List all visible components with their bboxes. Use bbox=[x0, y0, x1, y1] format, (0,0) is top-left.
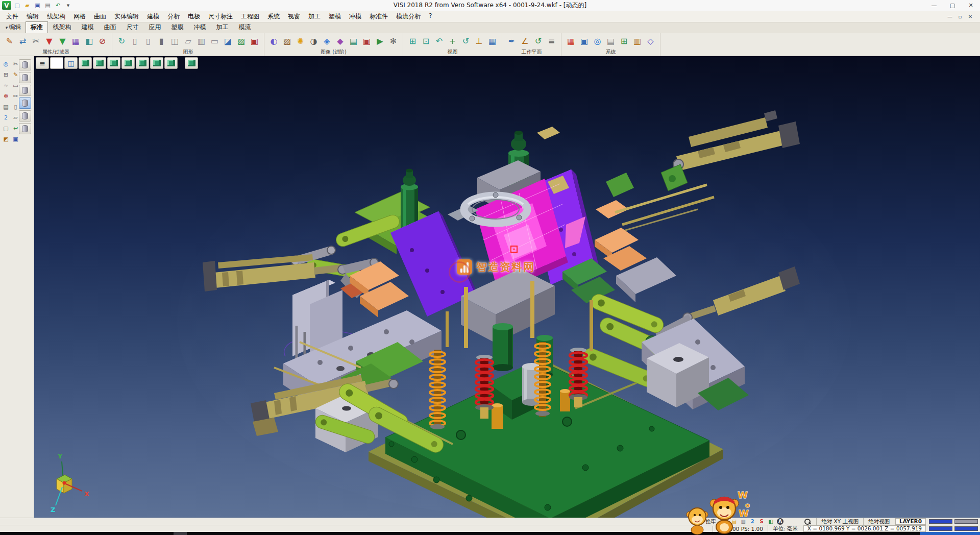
filter-slot-5[interactable] bbox=[19, 110, 31, 121]
menu-modeling[interactable]: 建模 bbox=[143, 11, 163, 22]
view-normal-icon[interactable]: ⊥ bbox=[473, 35, 485, 48]
menu-wireframe[interactable]: 线架构 bbox=[43, 11, 69, 22]
menu-file[interactable]: 文件 bbox=[2, 11, 22, 22]
display-settings-icon[interactable]: ▣ bbox=[578, 35, 591, 48]
ribbon-group-label[interactable]: 图形 bbox=[115, 48, 261, 55]
viewport-3d[interactable]: ≡ ◫ bbox=[34, 56, 980, 518]
filter-slot-3[interactable] bbox=[19, 85, 31, 96]
tab-wireframe[interactable]: 线架构 bbox=[48, 21, 77, 33]
menu-mesh[interactable]: 网格 bbox=[69, 11, 90, 22]
tab-surface[interactable]: 曲面 bbox=[99, 21, 121, 33]
units-label[interactable]: 单位: 毫米 bbox=[768, 525, 802, 532]
filter-slot-4[interactable] bbox=[19, 98, 31, 109]
hidden-line-display-icon[interactable]: ▯ bbox=[142, 35, 155, 48]
help-2-icon[interactable]: 2 bbox=[2, 113, 10, 121]
quick-access-dropdown-icon[interactable]: ▾ bbox=[64, 2, 72, 10]
translucent-display-icon[interactable]: ▱ bbox=[182, 35, 194, 48]
tab-molding[interactable]: 塑膜 bbox=[166, 21, 189, 33]
render-stop-icon[interactable]: ▣ bbox=[248, 35, 261, 48]
menu-standard-parts[interactable]: 标准件 bbox=[365, 11, 392, 22]
filter-mask-icon[interactable]: ◧ bbox=[83, 35, 95, 48]
iso-view-6-icon[interactable] bbox=[150, 57, 163, 69]
menu-electrode[interactable]: 电极 bbox=[184, 11, 204, 22]
active-layer[interactable]: LAYER0 bbox=[895, 518, 926, 525]
new-document-icon[interactable]: ▢ bbox=[13, 2, 21, 10]
shadow-icon[interactable]: ◑ bbox=[307, 35, 320, 48]
material-icon[interactable]: ◆ bbox=[334, 35, 347, 48]
menu-analysis[interactable]: 分析 bbox=[163, 11, 184, 22]
tab-machining[interactable]: 加工 bbox=[211, 21, 234, 33]
layer-manager-icon[interactable]: ▤ bbox=[604, 35, 617, 48]
secondary-color-swatch[interactable] bbox=[954, 519, 978, 524]
tab-modeling[interactable]: 建模 bbox=[77, 21, 99, 33]
curve-icon[interactable]: ≈ bbox=[2, 81, 10, 89]
shaded-display-icon[interactable]: ▮ bbox=[155, 35, 168, 48]
rect-icon[interactable]: ▭ bbox=[12, 81, 19, 89]
zoom-window-icon[interactable]: ⊡ bbox=[420, 35, 432, 48]
reflection-icon[interactable]: ◈ bbox=[321, 35, 333, 48]
sheet-icon[interactable]: ▯ bbox=[12, 103, 19, 111]
snap-lock-label[interactable]: 拴牢 bbox=[701, 518, 720, 525]
iso-view-4-icon[interactable] bbox=[121, 57, 135, 69]
pattern-view-icon[interactable]: ◫ bbox=[64, 57, 78, 69]
save-file-icon[interactable]: ▣ bbox=[33, 2, 42, 10]
grid-icon[interactable]: ⊞ bbox=[2, 70, 10, 79]
trim-icon[interactable]: ✂ bbox=[12, 60, 19, 68]
menu-help[interactable]: ? bbox=[425, 11, 436, 22]
filter-slot-2[interactable] bbox=[19, 72, 31, 83]
mdi-close-button[interactable]: ✕ bbox=[967, 14, 974, 19]
blank-view-icon[interactable] bbox=[50, 57, 63, 69]
background-icon[interactable]: ▤ bbox=[347, 35, 360, 48]
iso-view-8-icon[interactable] bbox=[185, 57, 198, 69]
iso-view-7-icon[interactable] bbox=[164, 57, 178, 69]
view-reference[interactable]: 绝对 XY 上视图 bbox=[816, 518, 863, 525]
menu-edit[interactable]: 编辑 bbox=[22, 11, 43, 22]
menu-flow-analysis[interactable]: 模流分析 bbox=[392, 11, 425, 22]
filter-green-icon[interactable]: ▼ bbox=[56, 35, 69, 48]
cylinder-display-icon[interactable]: ▥ bbox=[195, 35, 208, 48]
menu-dimension[interactable]: 尺寸标注 bbox=[204, 11, 237, 22]
menu-surface[interactable]: 曲面 bbox=[90, 11, 110, 22]
perspective-icon[interactable]: ◇ bbox=[644, 35, 657, 48]
palette-status-icon[interactable]: ▤ bbox=[730, 518, 738, 525]
view-menu-icon[interactable]: ≡ bbox=[36, 57, 49, 69]
menu-die[interactable]: 冲模 bbox=[345, 11, 365, 22]
ribbon-group-label[interactable]: 视图 bbox=[406, 48, 499, 55]
settings-icon[interactable]: ✻ bbox=[2, 92, 10, 100]
ucs-cube-status-icon[interactable]: ◧ bbox=[767, 518, 775, 525]
iso-view-5-icon[interactable] bbox=[136, 57, 149, 69]
lighting-icon[interactable]: ✺ bbox=[294, 35, 307, 48]
open-folder-icon[interactable]: ▰ bbox=[23, 2, 32, 10]
pen-icon[interactable]: ✏ bbox=[12, 92, 19, 100]
mdi-restore-button[interactable]: ▫ bbox=[957, 14, 964, 19]
shaded-edges-display-icon[interactable]: ◫ bbox=[168, 35, 181, 48]
filter-slot-6[interactable] bbox=[19, 123, 31, 134]
iso-view-2-icon[interactable] bbox=[93, 57, 106, 69]
return-icon[interactable]: ↩ bbox=[12, 124, 19, 132]
menu-machining[interactable]: 加工 bbox=[304, 11, 325, 22]
annotation-a-icon[interactable]: A bbox=[777, 518, 783, 525]
workplane-rotate-icon[interactable]: ↺ bbox=[532, 35, 545, 48]
tab-dimension[interactable]: 尺寸 bbox=[121, 21, 144, 33]
sketch-icon[interactable]: ✎ bbox=[12, 70, 19, 79]
tab-flow[interactable]: 模流 bbox=[234, 21, 256, 33]
search-icon[interactable] bbox=[803, 518, 811, 525]
iso-view-1-icon[interactable] bbox=[79, 57, 92, 69]
wireframe-display-icon[interactable]: ▯ bbox=[129, 35, 141, 48]
menu-window[interactable]: 视窗 bbox=[284, 11, 304, 22]
layer-color-swatch[interactable] bbox=[929, 519, 952, 524]
help-2-status-icon[interactable]: 2 bbox=[748, 518, 756, 525]
maximize-button[interactable]: ▢ bbox=[943, 0, 962, 11]
filter-clear-icon[interactable]: ⊘ bbox=[96, 35, 109, 48]
rotate-view-icon[interactable]: ↺ bbox=[459, 35, 472, 48]
menu-solid-edit[interactable]: 实体编辑 bbox=[110, 11, 143, 22]
grid-settings-icon[interactable]: ⊞ bbox=[618, 35, 630, 48]
clip-plane-icon[interactable]: ▨ bbox=[235, 35, 248, 48]
filter-red-icon[interactable]: ▼ bbox=[43, 35, 56, 48]
ribbon-group-label[interactable]: 系统 bbox=[565, 48, 657, 55]
workplane-list-icon[interactable]: ≡ bbox=[545, 35, 558, 48]
ribbon-group-label[interactable]: 工作平面 bbox=[505, 48, 558, 55]
pan-view-icon[interactable]: + bbox=[446, 35, 459, 48]
attribute-pen-icon[interactable]: ✎ bbox=[3, 35, 16, 48]
advanced-render-icon[interactable]: ✻ bbox=[387, 35, 400, 48]
